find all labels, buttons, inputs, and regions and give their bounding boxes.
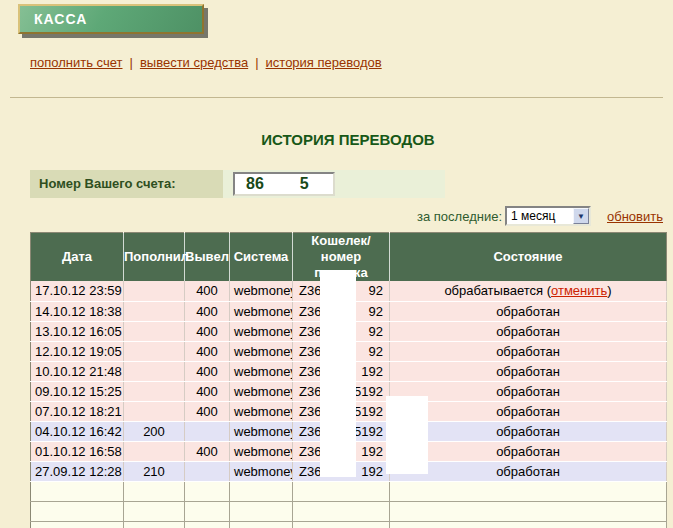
- horizontal-divider: [10, 97, 663, 98]
- cell-system: webmoney: [230, 401, 293, 421]
- cell-deposit: 210: [124, 461, 185, 481]
- cell-date: 14.10.12 18:38: [31, 301, 124, 321]
- cell-withdraw: [185, 461, 230, 481]
- cell-withdraw: 400: [185, 381, 230, 401]
- page-title: ИСТОРИЯ ПЕРЕВОДОВ: [30, 131, 666, 148]
- cell-system: webmoney: [230, 341, 293, 361]
- nav-links: пополнить счет|вывести средства|история …: [30, 55, 382, 70]
- empty-cell: [293, 481, 390, 501]
- period-filter: за последние: 1 месяц ▼ обновить: [417, 205, 663, 227]
- cashier-page: КАССА пополнить счет|вывести средства|ис…: [0, 0, 673, 528]
- cell-deposit: [124, 361, 185, 381]
- cell-deposit: [124, 401, 185, 421]
- wallet-suffix: 5192: [354, 424, 383, 439]
- period-select[interactable]: 1 месяц ▼: [505, 206, 591, 226]
- status-text: обработан: [496, 444, 560, 459]
- cell-status: обработан: [390, 301, 667, 321]
- period-select-value: 1 месяц: [507, 208, 573, 224]
- cell-date: 01.10.12 16:58: [31, 441, 124, 461]
- empty-table-row: [31, 481, 667, 501]
- empty-cell: [230, 501, 293, 521]
- status-text: обработан: [496, 364, 560, 379]
- empty-cell: [390, 501, 667, 521]
- cell-date: 10.10.12 21:48: [31, 361, 124, 381]
- status-text: обрабатывается: [444, 283, 543, 298]
- empty-cell: [390, 521, 667, 528]
- col-header-system: Система: [230, 233, 293, 282]
- empty-cell: [185, 521, 230, 528]
- kassa-banner: КАССА: [18, 4, 204, 34]
- status-text: обработан: [496, 304, 560, 319]
- col-header-withdraw: Вывел: [185, 233, 230, 282]
- empty-cell: [293, 501, 390, 521]
- nav-link-withdraw[interactable]: вывести средства: [140, 55, 248, 70]
- wallet-suffix: 192: [361, 464, 383, 479]
- empty-cell: [124, 481, 185, 501]
- censor-blob: [320, 270, 356, 477]
- empty-cell: [31, 521, 124, 528]
- account-number-input[interactable]: 865: [233, 172, 335, 196]
- banner-title: КАССА: [20, 6, 202, 32]
- cell-withdraw: 400: [185, 341, 230, 361]
- nav-link-history[interactable]: история переводов: [266, 55, 382, 70]
- cell-deposit: [124, 281, 185, 301]
- cell-status: обработан: [390, 421, 667, 441]
- cell-deposit: [124, 321, 185, 341]
- col-header-status: Состояние: [390, 233, 667, 282]
- cancel-transfer-link[interactable]: отменить: [551, 283, 607, 298]
- col-header-deposit: Пополнил: [124, 233, 185, 282]
- empty-cell: [185, 481, 230, 501]
- account-number-prefix: 86: [246, 175, 264, 193]
- cell-withdraw: 400: [185, 401, 230, 421]
- status-text: обработан: [496, 404, 560, 419]
- censor-blob: [386, 396, 428, 474]
- wallet-suffix: 5192: [354, 404, 383, 419]
- cell-system: webmoney: [230, 421, 293, 441]
- chevron-down-icon[interactable]: ▼: [573, 208, 589, 224]
- empty-cell: [390, 481, 667, 501]
- account-number-cell: 865: [223, 170, 445, 198]
- wallet-prefix: Z36: [299, 424, 321, 439]
- cell-status: обработан: [390, 441, 667, 461]
- wallet-prefix: Z36: [299, 464, 321, 479]
- col-header-date: Дата: [31, 233, 124, 282]
- status-text: обработан: [496, 424, 560, 439]
- status-text: обработан: [496, 344, 560, 359]
- cell-status: обработан: [390, 401, 667, 421]
- cell-deposit: [124, 301, 185, 321]
- status-text: обработан: [496, 464, 560, 479]
- cell-date: 27.09.12 12:28: [31, 461, 124, 481]
- empty-cell: [124, 501, 185, 521]
- wallet-prefix: Z36: [299, 324, 321, 339]
- nav-link-topup[interactable]: пополнить счет: [30, 55, 123, 70]
- cell-deposit: [124, 381, 185, 401]
- cell-withdraw: 400: [185, 441, 230, 461]
- empty-cell: [31, 481, 124, 501]
- cell-date: 07.10.12 18:21: [31, 401, 124, 421]
- cell-date: 13.10.12 16:05: [31, 321, 124, 341]
- wallet-prefix: Z36: [299, 283, 321, 298]
- empty-cell: [185, 501, 230, 521]
- nav-separator: |: [255, 55, 258, 70]
- wallet-suffix: 92: [369, 283, 383, 298]
- cell-withdraw: 400: [185, 361, 230, 381]
- cell-status: обрабатывается (отменить): [390, 281, 667, 301]
- empty-cell: [293, 521, 390, 528]
- cell-withdraw: 400: [185, 281, 230, 301]
- empty-cell: [230, 521, 293, 528]
- status-text: обработан: [496, 384, 560, 399]
- cell-withdraw: 400: [185, 321, 230, 341]
- cell-system: webmoney: [230, 301, 293, 321]
- refresh-link[interactable]: обновить: [607, 209, 663, 224]
- wallet-suffix: 192: [361, 364, 383, 379]
- cell-date: 12.10.12 19:05: [31, 341, 124, 361]
- wallet-suffix: 92: [369, 304, 383, 319]
- cell-withdraw: 400: [185, 301, 230, 321]
- cell-system: webmoney: [230, 441, 293, 461]
- cell-system: webmoney: [230, 281, 293, 301]
- nav-separator: |: [130, 55, 133, 70]
- cell-system: webmoney: [230, 321, 293, 341]
- cell-date: 17.10.12 23:59: [31, 281, 124, 301]
- col-header-wallet-line1: Кошелек/: [311, 233, 370, 248]
- cell-status: обработан: [390, 341, 667, 361]
